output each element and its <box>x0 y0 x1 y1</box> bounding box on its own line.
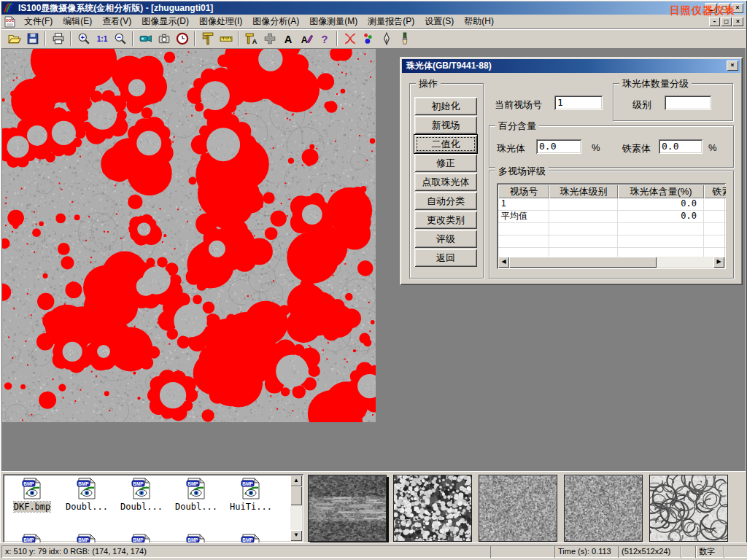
help-icon[interactable]: ? <box>315 30 333 47</box>
pearlite-input[interactable]: 0.0 <box>536 139 581 154</box>
ruler-icon[interactable] <box>217 30 235 47</box>
dialog-close-button[interactable]: × <box>727 61 738 71</box>
file-item[interactable]: BMPDoubl... <box>170 478 222 513</box>
bmp-file-icon: BMP <box>61 478 113 499</box>
op-button-1[interactable]: 初始化 <box>414 97 477 115</box>
text-icon[interactable]: A <box>279 30 297 47</box>
zoom-out-icon[interactable] <box>111 30 129 47</box>
menu-image-analysis[interactable]: 图像分析(A) <box>247 14 304 29</box>
particle-analysis-icon[interactable] <box>359 30 377 47</box>
menu-help[interactable]: 帮助(H) <box>459 14 499 29</box>
text-edit-icon[interactable]: A <box>297 30 315 47</box>
menu-settings[interactable]: 设置(S) <box>419 14 459 29</box>
menu-file[interactable]: 文件(F) <box>19 14 58 29</box>
file-item[interactable]: BMPDoubl... <box>115 478 168 513</box>
grid-header-3[interactable]: 珠光体含量(%) <box>618 184 704 198</box>
scroll-up-icon[interactable]: ▲ <box>290 475 302 486</box>
file-item[interactable]: BMPDoubl... <box>61 478 113 513</box>
clock-icon[interactable] <box>173 30 191 47</box>
menu-image-process[interactable]: 图像处理(I) <box>194 14 247 29</box>
metallographic-image-binarized[interactable] <box>2 49 376 422</box>
table-row[interactable] <box>498 223 726 236</box>
current-view-input[interactable]: 1 <box>554 96 603 110</box>
file-list-scrollbar[interactable]: ▲ ▼ <box>290 475 302 541</box>
curve-tool-icon[interactable] <box>341 30 359 47</box>
actual-size-icon[interactable]: 1:1 <box>93 30 111 47</box>
table-cell: 0.0 <box>618 198 704 210</box>
svg-text:BMP: BMP <box>187 537 198 542</box>
zoom-in-icon[interactable] <box>74 30 93 47</box>
document-icon[interactable]: DOC <box>4 16 17 28</box>
op-button-9[interactable]: 返回 <box>414 249 477 267</box>
dialog-title: 珠光体(GB/T9441-88) <box>406 60 492 72</box>
menu-view[interactable]: 查看(V) <box>97 14 136 29</box>
pen-tool-icon[interactable] <box>377 30 395 47</box>
grid-header-1[interactable]: 视场号 <box>498 184 549 198</box>
grading-table[interactable]: 视场号珠光体级别珠光体含量(%)铁素体含量(%) 10.0平均值0.0 ◀ ▶ <box>497 183 726 269</box>
op-button-3[interactable]: 二值化 <box>414 135 477 153</box>
table-row[interactable] <box>498 236 726 248</box>
thumbnail-3[interactable] <box>479 475 557 542</box>
scroll-left-icon[interactable]: ◀ <box>498 257 509 268</box>
brush-tool-icon[interactable] <box>395 30 414 47</box>
pearlite-label: 珠光体 <box>497 142 525 155</box>
file-item[interactable]: BMP <box>225 534 277 542</box>
save-icon[interactable] <box>23 30 42 47</box>
operation-group: 操作 初始化新视场二值化修正点取珠光体自动分类更改类别评级返回 <box>409 83 484 279</box>
dialog-title-bar[interactable]: 珠光体(GB/T9441-88) <box>402 59 740 73</box>
thumbnail-5[interactable] <box>649 475 728 542</box>
mdi-minimize-button[interactable]: - <box>709 17 720 26</box>
open-file-icon[interactable] <box>5 30 23 47</box>
file-item[interactable]: BMPDKF.bmp <box>6 478 58 513</box>
svg-text:?: ? <box>321 34 328 45</box>
file-name: DKF.bmp <box>14 502 51 512</box>
file-item[interactable]: BMP <box>170 534 222 542</box>
table-row[interactable]: 平均值0.0 <box>498 211 726 223</box>
video-camera-icon[interactable] <box>136 30 155 47</box>
op-button-7[interactable]: 更改类别 <box>414 211 477 229</box>
menu-image-measure[interactable]: 图像测量(M) <box>304 14 363 29</box>
menu-edit[interactable]: 编辑(E) <box>58 14 97 29</box>
file-item[interactable]: BMP <box>115 534 168 542</box>
scroll-track[interactable] <box>509 257 713 268</box>
thumbnail-1[interactable] <box>308 475 387 542</box>
bmp-file-icon: BMP <box>115 534 168 542</box>
svg-text:BMP: BMP <box>242 537 253 542</box>
op-button-2[interactable]: 新视场 <box>414 116 477 134</box>
grid-header-2[interactable]: 珠光体级别 <box>549 184 618 198</box>
mdi-restore-button[interactable]: □ <box>721 17 732 26</box>
file-item[interactable]: BMP <box>61 534 113 542</box>
grid-header-4[interactable]: 铁素体含量(%) <box>704 184 726 198</box>
ferrite-input[interactable]: 0.0 <box>659 139 703 154</box>
file-item[interactable]: BMP <box>6 534 58 542</box>
menu-image-display[interactable]: 图像显示(D) <box>136 14 194 29</box>
table-cell <box>549 211 618 222</box>
op-button-4[interactable]: 修正 <box>414 154 477 172</box>
grid-icon[interactable] <box>260 30 279 47</box>
svg-text:A: A <box>301 35 307 45</box>
table-horizontal-scrollbar[interactable]: ◀ ▶ <box>498 257 724 268</box>
table-row[interactable]: 10.0 <box>498 198 726 211</box>
scroll-thumb[interactable] <box>509 257 657 268</box>
file-list: BMPDKF.bmpBMPDoubl...BMPDoubl...BMPDoubl… <box>3 474 303 542</box>
file-item[interactable]: BMPHuiTi... <box>225 478 277 513</box>
scroll-right-icon[interactable]: ▶ <box>713 257 724 268</box>
mdi-close-button[interactable]: × <box>732 17 743 26</box>
svg-text:DOC: DOC <box>6 18 15 23</box>
thumbnail-2[interactable] <box>393 475 472 542</box>
thumbnail-4[interactable] <box>564 475 643 542</box>
op-button-8[interactable]: 评级 <box>414 230 477 248</box>
measure-label-icon[interactable]: A <box>242 30 260 47</box>
grade-input[interactable] <box>665 96 711 110</box>
capture-icon[interactable] <box>155 30 173 47</box>
op-button-6[interactable]: 自动分类 <box>414 192 477 210</box>
scroll-thumb[interactable] <box>290 486 302 505</box>
menu-measure-report[interactable]: 测量报告(P) <box>363 14 419 29</box>
cursor-position-readout: x: 510 y: 79 idx: 0 RGB: (174, 174, 174) <box>1 545 491 558</box>
print-icon[interactable] <box>49 30 67 47</box>
toolbar-separator <box>194 31 196 46</box>
svg-text:BMP: BMP <box>187 481 198 486</box>
op-button-5[interactable]: 点取珠光体 <box>414 173 477 191</box>
scroll-down-icon[interactable]: ▼ <box>290 530 302 541</box>
caliper-icon[interactable] <box>198 30 217 47</box>
